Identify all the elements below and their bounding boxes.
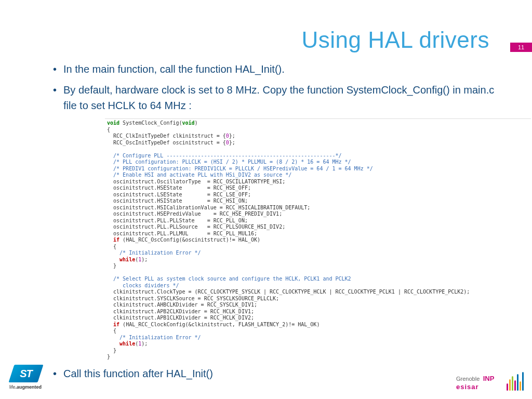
code-text: );	[141, 257, 148, 262]
keyword-void: void	[107, 120, 119, 126]
code-comment: clocks dividers */	[107, 283, 179, 288]
code-comment: /* Select PLL as system clock source and…	[107, 276, 351, 282]
code-text: oscinitstruct.PLL.PLLMUL = RCC_PLL_MUL16…	[107, 231, 257, 236]
code-text: clkinitstruct.SYSCLKSource = RCC_SYSCLKS…	[107, 296, 279, 301]
code-text: {	[107, 127, 110, 132]
code-text: clkinitstruct.APB1CLKDivider = RCC_HCLK_…	[107, 315, 254, 321]
code-comment: /* Initialization Error */	[107, 250, 201, 256]
code-text: }	[107, 348, 116, 353]
page-number-badge: 11	[510, 43, 532, 52]
code-text: };	[229, 133, 235, 139]
st-logo-icon	[8, 365, 43, 382]
code-text: clkinitstruct.APB2CLKDivider = RCC_HCLK_…	[107, 309, 254, 314]
code-text: (HAL_RCC_OscConfig(&oscinitstruct)!= HAL…	[119, 237, 260, 243]
code-text: oscinitstruct.HSEState = RCC_HSE_OFF;	[107, 185, 251, 191]
code-text: );	[141, 341, 148, 347]
code-text: {	[107, 244, 116, 249]
code-comment: /* PREDIV1 configuration: PREDIV1CLK = P…	[107, 166, 373, 171]
code-text: oscinitstruct.OscillatorType = RCC_OSCIL…	[107, 179, 285, 184]
code-text: }	[107, 354, 110, 360]
keyword-if: if	[107, 322, 119, 327]
code-text: oscinitstruct.HSIState = RCC_HSI_ON;	[107, 198, 248, 204]
keyword-while: while	[107, 257, 135, 262]
st-logo: life.augmented	[11, 365, 53, 390]
logo-text: Grenoble	[456, 376, 480, 382]
bullet-3: Call this function after HAL_Init()	[53, 366, 501, 381]
bullet-2: By default, hardware clock is set to 8 M…	[53, 82, 501, 113]
code-text: clkinitstruct.ClockType = (RCC_CLOCKTYPE…	[107, 289, 470, 295]
code-text: RCC_OscInitTypeDef oscinitstruct = {	[107, 140, 226, 145]
logo-bars-icon	[507, 372, 524, 391]
code-text: {	[107, 328, 116, 334]
st-tagline: life.augmented	[9, 384, 53, 390]
keyword-if: if	[107, 237, 119, 243]
code-text: SystemClock_Config(	[119, 120, 182, 126]
code-text: oscinitstruct.PLL.PLLState = RCC_PLL_ON;	[107, 218, 248, 223]
grenoble-inp-logo: Grenoble INP esisar	[456, 374, 524, 391]
code-text: oscinitstruct.HSICalibrationValue = RCC_…	[107, 205, 310, 210]
keyword-void: void	[182, 120, 195, 126]
code-comment: /* Enable HSI and activate PLL with HSi_…	[107, 172, 291, 178]
code-comment: /* Initialization Error */	[107, 335, 201, 340]
logo-text: INP	[483, 375, 495, 382]
code-text: };	[229, 140, 235, 145]
code-block: void SystemClock_Config(void) { RCC_ClkI…	[105, 118, 531, 362]
code-comment: /* PLL configuration: PLLCLK = (HSI / 2)…	[107, 159, 351, 165]
code-text: )	[195, 120, 198, 126]
code-text: oscinitstruct.PLL.PLLSource = RCC_PLLSOU…	[107, 224, 285, 230]
bullet-1: In the main function, call the function …	[53, 61, 501, 77]
code-text: }	[107, 263, 116, 269]
code-text: RCC_ClkInitTypeDef clkinitstruct = {	[107, 133, 226, 139]
content-area: In the main function, call the function …	[53, 61, 501, 387]
keyword-while: while	[107, 341, 135, 347]
code-text: clkinitstruct.AHBCLKDivider = RCC_SYSCLK…	[107, 302, 257, 308]
code-text: oscinitstruct.LSEState = RCC_LSE_OFF;	[107, 192, 251, 197]
code-text: (HAL_RCC_ClockConfig(&clkinitstruct, FLA…	[119, 322, 320, 327]
slide-title: Using HAL drivers	[302, 27, 489, 53]
code-comment: /* Configure PLL -----------------------…	[107, 153, 342, 158]
code-text: oscinitstruct.HSEPredivValue = RCC_HSE_P…	[107, 211, 282, 217]
